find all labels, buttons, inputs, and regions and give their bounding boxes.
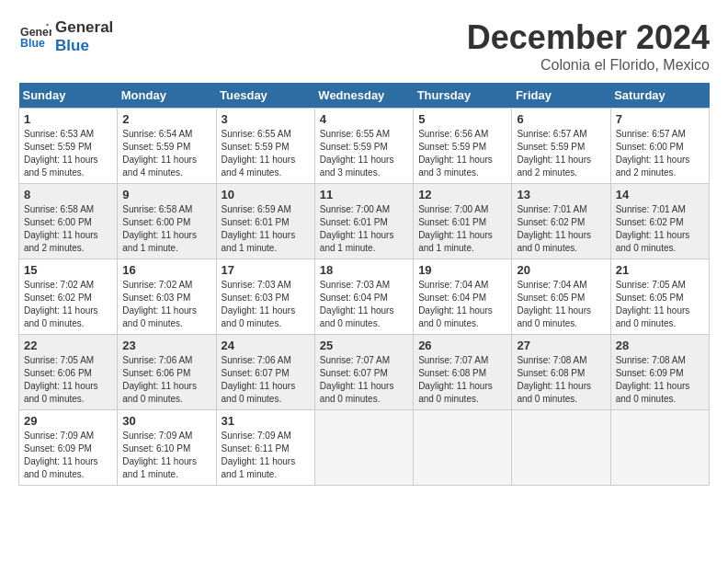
- day-info: Sunrise: 7:00 AM Sunset: 6:01 PM Dayligh…: [418, 203, 506, 255]
- table-row: 4 Sunrise: 6:55 AM Sunset: 5:59 PM Dayli…: [314, 109, 413, 184]
- day-info: Sunrise: 7:01 AM Sunset: 6:02 PM Dayligh…: [517, 203, 605, 255]
- day-number: 30: [122, 414, 210, 428]
- table-row: 2 Sunrise: 6:54 AM Sunset: 5:59 PM Dayli…: [118, 109, 216, 184]
- title-block: December 2024 Colonia el Florido, Mexico: [467, 18, 710, 74]
- table-row: 27 Sunrise: 7:08 AM Sunset: 6:08 PM Dayl…: [512, 335, 610, 410]
- day-number: 16: [122, 263, 210, 277]
- day-number: 17: [222, 263, 310, 277]
- table-row: 8 Sunrise: 6:58 AM Sunset: 6:00 PM Dayli…: [19, 184, 118, 259]
- day-number: 1: [24, 112, 112, 126]
- day-number: 20: [517, 263, 605, 277]
- day-number: 28: [616, 339, 704, 352]
- table-row: 16 Sunrise: 7:02 AM Sunset: 6:03 PM Dayl…: [118, 259, 216, 335]
- header-thursday: Thursday: [414, 83, 512, 109]
- day-info: Sunrise: 7:09 AM Sunset: 6:09 PM Dayligh…: [24, 430, 112, 481]
- calendar-header-row: Sunday Monday Tuesday Wednesday Thursday…: [19, 83, 710, 109]
- table-row: 22 Sunrise: 7:05 AM Sunset: 6:06 PM Dayl…: [19, 335, 118, 410]
- day-number: 25: [320, 339, 408, 352]
- day-info: Sunrise: 7:01 AM Sunset: 6:02 PM Dayligh…: [616, 203, 704, 255]
- day-number: 29: [24, 414, 112, 428]
- table-row: 26 Sunrise: 7:07 AM Sunset: 6:08 PM Dayl…: [414, 335, 512, 410]
- day-number: 13: [517, 188, 605, 201]
- svg-text:Blue: Blue: [20, 38, 45, 51]
- day-number: 2: [122, 112, 210, 126]
- table-row: 25 Sunrise: 7:07 AM Sunset: 6:07 PM Dayl…: [314, 335, 413, 410]
- day-info: Sunrise: 7:09 AM Sunset: 6:10 PM Dayligh…: [122, 430, 210, 481]
- day-number: 18: [320, 263, 408, 277]
- table-row: [610, 410, 709, 486]
- table-row: 9 Sunrise: 6:58 AM Sunset: 6:00 PM Dayli…: [118, 184, 216, 259]
- day-number: 9: [122, 188, 210, 201]
- table-row: 6 Sunrise: 6:57 AM Sunset: 5:59 PM Dayli…: [512, 109, 610, 184]
- table-row: 24 Sunrise: 7:06 AM Sunset: 6:07 PM Dayl…: [216, 335, 314, 410]
- page-header: General Blue General Blue December 2024 …: [18, 18, 710, 74]
- day-number: 12: [418, 188, 506, 201]
- header-saturday: Saturday: [610, 83, 709, 109]
- day-info: Sunrise: 7:04 AM Sunset: 6:04 PM Dayligh…: [418, 279, 506, 330]
- logo-line1: General: [55, 18, 113, 37]
- day-number: 14: [616, 188, 704, 201]
- table-row: 11 Sunrise: 7:00 AM Sunset: 6:01 PM Dayl…: [314, 184, 413, 259]
- day-info: Sunrise: 7:08 AM Sunset: 6:08 PM Dayligh…: [517, 354, 605, 406]
- day-info: Sunrise: 7:02 AM Sunset: 6:02 PM Dayligh…: [24, 279, 112, 330]
- day-info: Sunrise: 7:02 AM Sunset: 6:03 PM Dayligh…: [122, 279, 210, 330]
- table-row: [314, 410, 413, 486]
- day-number: 10: [222, 188, 310, 201]
- day-number: 6: [517, 112, 605, 126]
- day-info: Sunrise: 7:05 AM Sunset: 6:06 PM Dayligh…: [24, 354, 112, 406]
- day-info: Sunrise: 7:06 AM Sunset: 6:07 PM Dayligh…: [222, 354, 310, 406]
- day-number: 19: [418, 263, 506, 277]
- day-info: Sunrise: 6:57 AM Sunset: 5:59 PM Dayligh…: [517, 128, 605, 179]
- table-row: 23 Sunrise: 7:06 AM Sunset: 6:06 PM Dayl…: [118, 335, 216, 410]
- table-row: [414, 410, 512, 486]
- table-row: 20 Sunrise: 7:04 AM Sunset: 6:05 PM Dayl…: [512, 259, 610, 335]
- day-number: 24: [222, 339, 310, 352]
- day-number: 5: [418, 112, 506, 126]
- month-title: December 2024: [467, 18, 710, 57]
- table-row: 21 Sunrise: 7:05 AM Sunset: 6:05 PM Dayl…: [610, 259, 709, 335]
- day-info: Sunrise: 6:57 AM Sunset: 6:00 PM Dayligh…: [616, 128, 704, 179]
- day-number: 8: [24, 188, 112, 201]
- day-number: 26: [418, 339, 506, 352]
- header-friday: Friday: [512, 83, 610, 109]
- logo: General Blue General Blue: [18, 18, 113, 56]
- table-row: 17 Sunrise: 7:03 AM Sunset: 6:03 PM Dayl…: [216, 259, 314, 335]
- table-row: 5 Sunrise: 6:56 AM Sunset: 5:59 PM Dayli…: [414, 109, 512, 184]
- table-row: 1 Sunrise: 6:53 AM Sunset: 5:59 PM Dayli…: [19, 109, 118, 184]
- header-wednesday: Wednesday: [314, 83, 413, 109]
- day-number: 31: [222, 414, 310, 428]
- day-number: 4: [320, 112, 408, 126]
- day-info: Sunrise: 7:00 AM Sunset: 6:01 PM Dayligh…: [320, 203, 408, 255]
- table-row: 19 Sunrise: 7:04 AM Sunset: 6:04 PM Dayl…: [414, 259, 512, 335]
- day-info: Sunrise: 7:07 AM Sunset: 6:07 PM Dayligh…: [320, 354, 408, 406]
- day-info: Sunrise: 7:04 AM Sunset: 6:05 PM Dayligh…: [517, 279, 605, 330]
- calendar-table: Sunday Monday Tuesday Wednesday Thursday…: [18, 83, 710, 486]
- header-sunday: Sunday: [19, 83, 118, 109]
- day-info: Sunrise: 6:55 AM Sunset: 5:59 PM Dayligh…: [222, 128, 310, 179]
- day-info: Sunrise: 6:54 AM Sunset: 5:59 PM Dayligh…: [122, 128, 210, 179]
- day-number: 7: [616, 112, 704, 126]
- header-monday: Monday: [118, 83, 216, 109]
- day-number: 3: [222, 112, 310, 126]
- logo-icon: General Blue: [18, 23, 51, 51]
- calendar-week-row: 8 Sunrise: 6:58 AM Sunset: 6:00 PM Dayli…: [19, 184, 710, 259]
- day-info: Sunrise: 7:09 AM Sunset: 6:11 PM Dayligh…: [222, 430, 310, 481]
- calendar-week-row: 15 Sunrise: 7:02 AM Sunset: 6:02 PM Dayl…: [19, 259, 710, 335]
- day-number: 15: [24, 263, 112, 277]
- header-tuesday: Tuesday: [216, 83, 314, 109]
- table-row: 15 Sunrise: 7:02 AM Sunset: 6:02 PM Dayl…: [19, 259, 118, 335]
- day-info: Sunrise: 6:59 AM Sunset: 6:01 PM Dayligh…: [222, 203, 310, 255]
- table-row: 10 Sunrise: 6:59 AM Sunset: 6:01 PM Dayl…: [216, 184, 314, 259]
- day-info: Sunrise: 7:03 AM Sunset: 6:03 PM Dayligh…: [222, 279, 310, 330]
- day-info: Sunrise: 7:06 AM Sunset: 6:06 PM Dayligh…: [122, 354, 210, 406]
- day-info: Sunrise: 6:58 AM Sunset: 6:00 PM Dayligh…: [24, 203, 112, 255]
- table-row: 13 Sunrise: 7:01 AM Sunset: 6:02 PM Dayl…: [512, 184, 610, 259]
- day-info: Sunrise: 6:58 AM Sunset: 6:00 PM Dayligh…: [122, 203, 210, 255]
- day-number: 11: [320, 188, 408, 201]
- table-row: 30 Sunrise: 7:09 AM Sunset: 6:10 PM Dayl…: [118, 410, 216, 486]
- calendar-week-row: 22 Sunrise: 7:05 AM Sunset: 6:06 PM Dayl…: [19, 335, 710, 410]
- day-info: Sunrise: 7:07 AM Sunset: 6:08 PM Dayligh…: [418, 354, 506, 406]
- table-row: 28 Sunrise: 7:08 AM Sunset: 6:09 PM Dayl…: [610, 335, 709, 410]
- day-number: 22: [24, 339, 112, 352]
- day-info: Sunrise: 7:08 AM Sunset: 6:09 PM Dayligh…: [616, 354, 704, 406]
